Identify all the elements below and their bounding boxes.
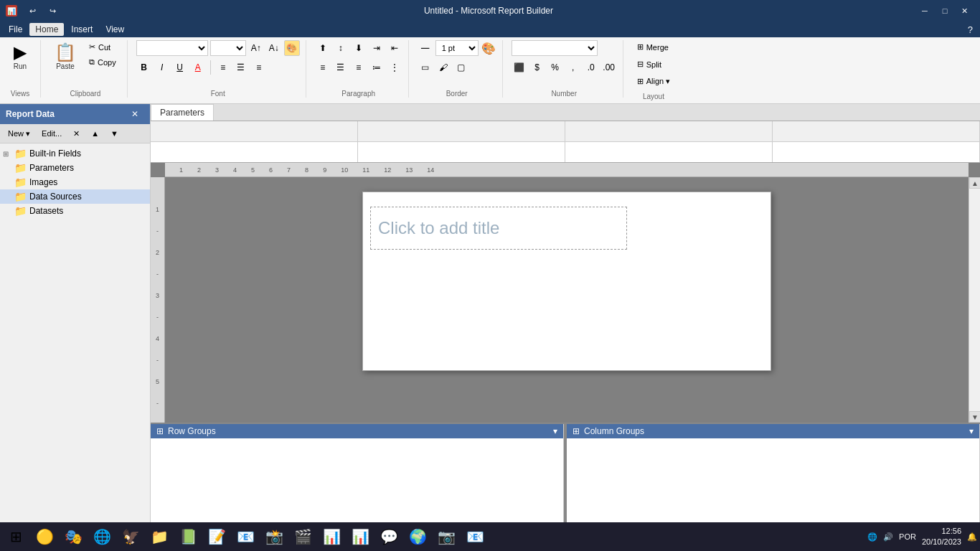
increase-decimal-button[interactable]: .0 — [583, 60, 599, 75]
run-button[interactable]: ▶ Run — [6, 40, 34, 74]
bullet-list-button[interactable]: ≔ — [369, 60, 385, 75]
tree-item-builtin[interactable]: ⊞ 📁 Built-in Fields — [0, 146, 150, 161]
decrease-decimal-button[interactable]: .00 — [601, 60, 617, 75]
taskbar-outlook[interactable]: 📧 — [232, 524, 258, 550]
taskbar: ⊞ 🟡 🎭 🌐 🦅 📁 📗 📝 📧 📸 🎬 📊 📊 💬 🌍 📷 📧 🌐 🔊 PO… — [0, 522, 980, 551]
notification-icon[interactable]: 🔔 — [967, 532, 977, 542]
tab-parameters[interactable]: Parameters — [151, 104, 214, 121]
split-button[interactable]: ⊟ Split — [632, 57, 666, 71]
close-button[interactable]: ✕ — [956, 4, 974, 18]
delete-button[interactable]: ✕ — [68, 126, 85, 141]
ribbon-group-font: A↑ A↓ 🎨 B I U A ≡ ☰ ≡ Font — [136, 40, 306, 98]
taskbar-teams[interactable]: 💬 — [376, 524, 402, 550]
percent-button[interactable]: % — [547, 60, 563, 75]
font-family-select[interactable] — [136, 40, 208, 56]
menu-insert[interactable]: Insert — [65, 23, 98, 36]
border-bottom-button[interactable]: ▭ — [418, 60, 433, 75]
tree-item-datasources[interactable]: 📁 Data Sources — [0, 189, 150, 204]
outdent-button[interactable]: ⇤ — [387, 40, 402, 56]
taskbar-store[interactable]: 🎬 — [290, 524, 316, 550]
taskbar-edge[interactable]: 🦅 — [118, 524, 143, 550]
number-list-button[interactable]: ⋮ — [387, 60, 402, 75]
taskbar-excel[interactable]: 📗 — [175, 524, 201, 550]
align-bottom-button[interactable]: ⬇ — [351, 40, 367, 56]
scroll-up-button[interactable]: ▲ — [969, 177, 980, 189]
taskbar-maps[interactable]: 🌍 — [405, 524, 430, 550]
row-groups-expand[interactable]: ▾ — [553, 426, 557, 436]
increase-font-button[interactable]: A↑ — [248, 40, 264, 56]
scroll-down-button[interactable]: ▼ — [969, 411, 980, 423]
tree-item-images[interactable]: 📁 Images — [0, 175, 150, 189]
align-top-button[interactable]: ⬆ — [315, 40, 331, 56]
copy-icon: ⧉ — [89, 57, 95, 67]
menu-home[interactable]: Home — [29, 23, 64, 36]
column-groups-content — [567, 438, 979, 530]
paste-button[interactable]: 📋 Paste — [50, 40, 81, 74]
table-data-cell4 — [773, 142, 980, 162]
font-size-select[interactable] — [210, 40, 246, 56]
italic-button[interactable]: I — [154, 60, 170, 75]
align-left2-button[interactable]: ≡ — [315, 60, 331, 75]
border-box-button[interactable]: ▢ — [453, 60, 469, 75]
align-left-button[interactable]: ≡ — [215, 60, 231, 75]
taskbar-report-builder[interactable]: 📊 — [347, 524, 373, 550]
new-button[interactable]: New ▾ — [3, 126, 35, 141]
menu-view[interactable]: View — [100, 23, 130, 36]
border-color-button[interactable]: 🎨 — [481, 40, 496, 56]
column-groups-expand[interactable]: ▾ — [969, 426, 974, 436]
number-format-select[interactable] — [512, 40, 598, 56]
bold-button[interactable]: B — [136, 60, 152, 75]
tree-item-datasets[interactable]: 📁 Datasets — [0, 204, 150, 218]
align-right-button[interactable]: ≡ — [251, 60, 267, 75]
border-size-select[interactable]: 1 pt — [435, 40, 479, 56]
tree-item-parameters[interactable]: 📁 Parameters — [0, 161, 150, 175]
taskbar-explorer[interactable]: 📁 — [146, 524, 172, 550]
decrease-font-button[interactable]: A↓ — [266, 40, 282, 56]
underline-button[interactable]: U — [172, 60, 188, 75]
taskbar-chrome[interactable]: 🌐 — [89, 524, 115, 550]
taskbar-sticky-notes[interactable]: 🟡 — [32, 524, 57, 550]
edit-button[interactable]: Edit... — [37, 126, 67, 141]
align-center2-button[interactable]: ☰ — [333, 60, 349, 75]
restore-button[interactable]: □ — [936, 4, 954, 18]
color-fill-button[interactable]: 🎨 — [284, 40, 300, 56]
merge-button[interactable]: ⊞ Merge — [632, 40, 674, 54]
menu-file[interactable]: File — [3, 23, 28, 36]
minimize-button[interactable]: ─ — [915, 4, 934, 18]
border-style-button[interactable]: ─ — [418, 40, 433, 56]
help-icon[interactable]: ? — [963, 23, 977, 37]
font-color-button[interactable]: A — [190, 60, 206, 75]
redo-button[interactable]: ↪ — [43, 4, 62, 18]
app-title: Untitled - Microsoft Report Builder — [424, 6, 553, 16]
move-up-button[interactable]: ▲ — [86, 126, 104, 141]
taskbar-powerbi[interactable]: 📊 — [319, 524, 344, 550]
scrollbar-right[interactable]: ▲ ▼ — [969, 177, 980, 423]
taskbar-media[interactable]: 🎭 — [60, 524, 86, 550]
start-button[interactable]: ⊞ — [3, 524, 29, 550]
taskbar-word[interactable]: 📝 — [204, 524, 230, 550]
comma-button[interactable]: , — [565, 60, 581, 75]
canvas-area: 1 2 3 4 5 6 7 8 9 10 11 12 13 14 — [151, 163, 980, 423]
currency-button[interactable]: $ — [529, 60, 545, 75]
move-down-button[interactable]: ▼ — [105, 126, 123, 141]
fill-color-button[interactable]: 🖌 — [435, 60, 451, 75]
undo-button[interactable]: ↩ — [23, 4, 42, 18]
placeholder-button[interactable]: ⬛ — [512, 60, 527, 75]
ruler-horizontal: 1 2 3 4 5 6 7 8 9 10 11 12 13 14 — [165, 163, 969, 177]
align-center-button[interactable]: ☰ — [233, 60, 249, 75]
align-middle-button[interactable]: ↕ — [333, 40, 349, 56]
canvas-scroll[interactable]: Click to add title — [165, 177, 969, 423]
taskbar-camera[interactable]: 📸 — [261, 524, 287, 550]
cut-button[interactable]: ✂ Cut — [84, 40, 121, 54]
left-panel: Report Data ✕ New ▾ Edit... ✕ ▲ ▼ ⊞ 📁 Bu… — [0, 104, 151, 530]
align-right2-button[interactable]: ≡ — [351, 60, 367, 75]
copy-button[interactable]: ⧉ Copy — [84, 55, 121, 69]
taskbar-mail[interactable]: 📧 — [462, 524, 488, 550]
scroll-track[interactable] — [969, 189, 980, 411]
ribbon-group-layout: ⊞ Merge ⊟ Split ⊞ Align ▾ Layout — [632, 40, 682, 100]
title-placeholder[interactable]: Click to add title — [370, 207, 627, 250]
taskbar-webcam[interactable]: 📷 — [433, 524, 459, 550]
align-button[interactable]: ⊞ Align ▾ — [632, 75, 676, 88]
panel-close-button[interactable]: ✕ — [126, 107, 144, 121]
indent-button[interactable]: ⇥ — [369, 40, 385, 56]
